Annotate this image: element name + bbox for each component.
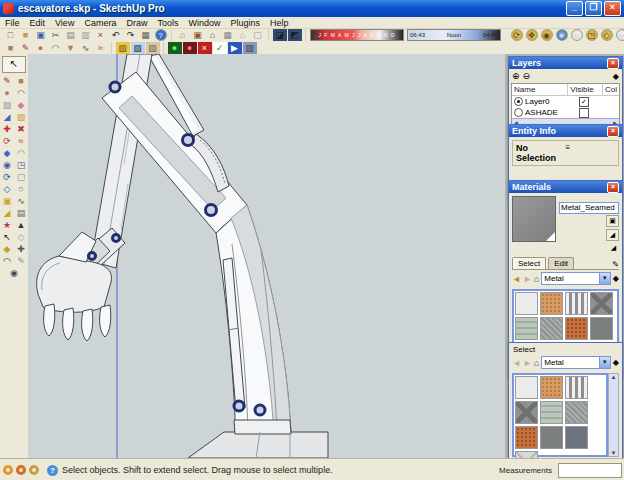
drawing-canvas[interactable]	[28, 54, 505, 458]
menu-view[interactable]: View	[50, 18, 79, 28]
shadow-settings-button[interactable]: ◪	[273, 29, 287, 41]
forward-arrow-icon[interactable]: ►	[523, 274, 532, 284]
menu-draw[interactable]: Draw	[121, 18, 152, 28]
paste-button[interactable]: ▥	[79, 29, 93, 41]
tape-measure-tool[interactable]: ◆	[1, 147, 13, 159]
status-geolocate-icon[interactable]	[3, 465, 13, 475]
offset-tool-button[interactable]: ≈	[94, 42, 108, 54]
swatch-metal-dark[interactable]	[590, 317, 613, 340]
layer-row-layer0[interactable]: Layer0 ✓	[512, 96, 619, 107]
swatch-metal-copper[interactable]	[540, 292, 563, 315]
layers-title-bar[interactable]: Layers ×	[509, 57, 622, 69]
plugin-check-button[interactable]: ✓	[213, 42, 227, 54]
swatch-metal-weave[interactable]	[540, 317, 563, 340]
rotate-tool[interactable]: ✖	[15, 123, 27, 135]
zoom-extents-button[interactable]: ◇	[601, 29, 613, 41]
tab-edit[interactable]: Edit	[548, 257, 574, 269]
offset-tool[interactable]: ≈	[15, 135, 27, 147]
freehand-tool-button[interactable]: ∿	[79, 42, 93, 54]
circle-tool-button[interactable]: ●	[34, 42, 48, 54]
minimize-button[interactable]: _	[566, 1, 583, 16]
swatch-metal-crosshatch[interactable]	[590, 292, 613, 315]
paint-bucket-icon[interactable]: ◢	[606, 229, 619, 241]
undo-button[interactable]: ↶	[109, 29, 123, 41]
rectangle-tool[interactable]: ■	[15, 75, 27, 87]
secondary-collection-dropdown[interactable]: Metal ▼	[541, 356, 611, 369]
box-yellow-button[interactable]: ▧	[116, 42, 130, 54]
entity-info-title-bar[interactable]: Entity Info ×	[509, 125, 622, 137]
eraser-tool[interactable]: ▨	[15, 111, 27, 123]
zoom-window-button[interactable]: ◳	[586, 29, 598, 41]
get-models-button[interactable]: ⌂	[176, 29, 190, 41]
paint-bucket-tool[interactable]: ◢	[1, 111, 13, 123]
swatch-metal-green[interactable]	[515, 317, 538, 340]
add-layer-button[interactable]: ⊕	[512, 71, 520, 81]
components-button[interactable]: ▣	[191, 29, 205, 41]
previous-view-button[interactable]: ○	[616, 29, 624, 41]
box-blue-button[interactable]: ▧	[131, 42, 145, 54]
soften-tool[interactable]: ◠	[1, 255, 13, 267]
secondary-dropdown-arrow-icon[interactable]: ▼	[599, 357, 610, 368]
plugin-green-button[interactable]: ●	[168, 42, 182, 54]
ashade-radio[interactable]	[514, 108, 523, 117]
swatch-metal-corrugated-white[interactable]	[515, 376, 538, 399]
menu-plugins[interactable]: Plugins	[225, 18, 265, 28]
tab-select[interactable]: Select	[512, 257, 546, 269]
save-button[interactable]: ▣	[34, 29, 48, 41]
swatch-metal-silver-stripes[interactable]	[565, 292, 588, 315]
secondary-back-arrow-icon[interactable]: ◄	[512, 358, 521, 368]
help-button[interactable]: ?	[155, 29, 167, 41]
box-tan-button[interactable]: ▧	[146, 42, 160, 54]
walk-button[interactable]: ○	[571, 29, 583, 41]
menu-help[interactable]: Help	[265, 18, 294, 28]
sample-corner-icon[interactable]: ◢	[608, 243, 619, 253]
pan-button[interactable]: ✥	[526, 29, 538, 41]
secondary-forward-arrow-icon[interactable]: ►	[523, 358, 532, 368]
swatch-metal-rust[interactable]	[565, 317, 588, 340]
remove-layer-button[interactable]: ⊖	[523, 71, 531, 81]
maximize-button[interactable]: ❐	[585, 1, 602, 16]
dropdown-arrow-icon[interactable]: ▼	[599, 273, 610, 284]
shadow-time-slider[interactable]: 06:43 Noon 04:48	[407, 29, 501, 41]
menu-tools[interactable]: Tools	[152, 18, 183, 28]
copy-button[interactable]: ▤	[64, 29, 78, 41]
open-button[interactable]: ■	[19, 29, 33, 41]
layer-row-ashade[interactable]: ASHADE	[512, 107, 619, 118]
materials-detail-arrow-icon[interactable]: ◆	[613, 274, 619, 283]
edit-pencil-icon[interactable]: ✎	[612, 260, 619, 269]
share-model-button[interactable]: ⌂	[206, 29, 220, 41]
measurements-input[interactable]	[558, 463, 622, 478]
axes-tool[interactable]: ▲	[15, 219, 27, 231]
shadow-tool[interactable]: ✎	[15, 255, 27, 267]
zoom-extents-tool[interactable]: ◇	[1, 183, 13, 195]
save-component-button[interactable]: ▦	[221, 29, 235, 41]
select-tool-button[interactable]: ↖	[2, 56, 26, 73]
previous-view-tool[interactable]: ○	[15, 183, 27, 195]
zoom-window-tool[interactable]: ◳	[15, 159, 27, 171]
plugin-delete-button[interactable]: ×	[198, 42, 212, 54]
swatch-metal-dark[interactable]	[540, 426, 563, 449]
swatch-metal-corrugated-white[interactable]	[515, 292, 538, 315]
in-model-home-icon[interactable]: ⌂	[534, 274, 539, 284]
arc-tool-button[interactable]: ◠	[49, 42, 63, 54]
zoom-button[interactable]: ◉	[541, 29, 553, 41]
scale-tool[interactable]: ⟳	[1, 135, 13, 147]
print-button[interactable]: ▦	[139, 29, 153, 41]
text-tool[interactable]: ★	[1, 219, 13, 231]
swatch-metal-silver-stripes[interactable]	[565, 376, 588, 399]
line-tool-button[interactable]: ✎	[19, 42, 33, 54]
dimension-tool[interactable]: ↖	[1, 231, 13, 243]
swatch-metal-blue-gray[interactable]	[565, 426, 588, 449]
line-tool[interactable]: ✎	[1, 75, 13, 87]
menu-edit[interactable]: Edit	[25, 18, 51, 28]
erase-button[interactable]: ×	[94, 29, 108, 41]
look-around-tool[interactable]: ◢	[1, 207, 13, 219]
follow-me-tool[interactable]: ◆	[1, 243, 13, 255]
threed-text-tool[interactable]: ◇	[15, 231, 27, 243]
layer0-radio[interactable]	[514, 97, 523, 106]
collection-dropdown[interactable]: Metal ▼	[541, 272, 611, 285]
orbit-tool[interactable]: ⟳	[1, 171, 13, 183]
status-help-icon[interactable]: ?	[47, 465, 58, 476]
window-pane-button[interactable]: ▢	[251, 29, 265, 41]
protractor-tool[interactable]: ◠	[15, 147, 27, 159]
